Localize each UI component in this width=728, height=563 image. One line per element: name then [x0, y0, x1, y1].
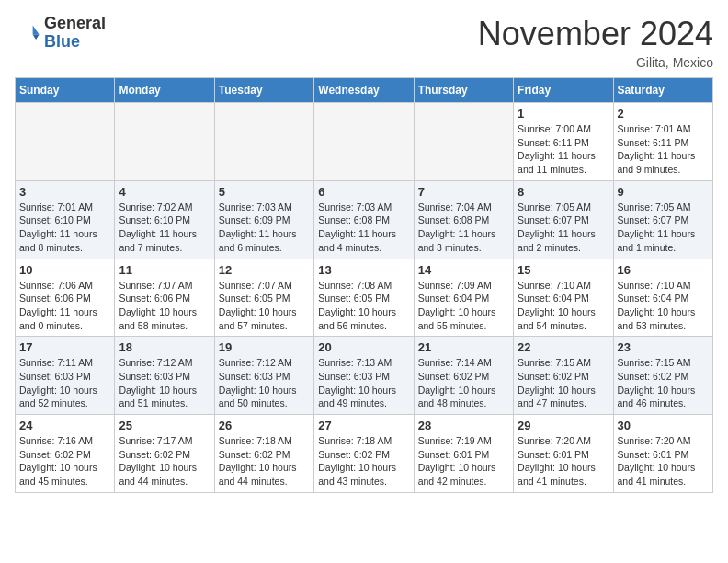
- day-info: Sunrise: 7:19 AM Sunset: 6:01 PM Dayligh…: [418, 434, 509, 488]
- day-info: Sunrise: 7:10 AM Sunset: 6:04 PM Dayligh…: [518, 279, 609, 333]
- calendar-table: SundayMondayTuesdayWednesdayThursdayFrid…: [15, 77, 713, 493]
- day-info: Sunrise: 7:10 AM Sunset: 6:04 PM Dayligh…: [618, 279, 709, 333]
- calendar-cell: 27Sunrise: 7:18 AM Sunset: 6:02 PM Dayli…: [314, 415, 414, 493]
- calendar-cell: 5Sunrise: 7:03 AM Sunset: 6:09 PM Daylig…: [214, 180, 313, 259]
- calendar-cell: [314, 103, 414, 181]
- calendar-cell: 12Sunrise: 7:07 AM Sunset: 6:05 PM Dayli…: [214, 259, 313, 337]
- calendar-cell: 16Sunrise: 7:10 AM Sunset: 6:04 PM Dayli…: [613, 259, 712, 337]
- day-number: 17: [19, 340, 110, 354]
- calendar-cell: 7Sunrise: 7:04 AM Sunset: 6:08 PM Daylig…: [414, 180, 513, 259]
- day-number: 19: [219, 340, 310, 354]
- calendar-cell: 14Sunrise: 7:09 AM Sunset: 6:04 PM Dayli…: [414, 259, 513, 337]
- day-number: 15: [518, 263, 609, 277]
- day-info: Sunrise: 7:05 AM Sunset: 6:07 PM Dayligh…: [518, 201, 609, 255]
- day-info: Sunrise: 7:08 AM Sunset: 6:05 PM Dayligh…: [318, 279, 409, 333]
- day-info: Sunrise: 7:01 AM Sunset: 6:10 PM Dayligh…: [19, 201, 110, 255]
- month-title: November 2024: [478, 15, 713, 53]
- day-number: 9: [618, 185, 709, 199]
- day-info: Sunrise: 7:09 AM Sunset: 6:04 PM Dayligh…: [418, 279, 509, 333]
- calendar-cell: [214, 103, 313, 181]
- calendar-cell: 13Sunrise: 7:08 AM Sunset: 6:05 PM Dayli…: [314, 259, 414, 337]
- day-info: Sunrise: 7:17 AM Sunset: 6:02 PM Dayligh…: [119, 434, 210, 488]
- day-number: 1: [518, 107, 609, 121]
- day-number: 30: [618, 419, 709, 432]
- day-number: 11: [119, 263, 210, 277]
- day-info: Sunrise: 7:07 AM Sunset: 6:05 PM Dayligh…: [219, 279, 310, 333]
- day-number: 28: [418, 419, 509, 432]
- day-number: 12: [219, 263, 310, 277]
- calendar-cell: 17Sunrise: 7:11 AM Sunset: 6:03 PM Dayli…: [16, 337, 115, 415]
- day-info: Sunrise: 7:20 AM Sunset: 6:01 PM Dayligh…: [618, 434, 709, 488]
- day-info: Sunrise: 7:13 AM Sunset: 6:03 PM Dayligh…: [318, 356, 409, 410]
- day-number: 4: [119, 185, 210, 199]
- calendar-cell: 25Sunrise: 7:17 AM Sunset: 6:02 PM Dayli…: [115, 415, 214, 493]
- day-number: 20: [318, 340, 409, 354]
- calendar-cell: 10Sunrise: 7:06 AM Sunset: 6:06 PM Dayli…: [16, 259, 115, 337]
- calendar-week-4: 17Sunrise: 7:11 AM Sunset: 6:03 PM Dayli…: [16, 337, 713, 415]
- calendar-week-2: 3Sunrise: 7:01 AM Sunset: 6:10 PM Daylig…: [16, 180, 713, 259]
- calendar-cell: 6Sunrise: 7:03 AM Sunset: 6:08 PM Daylig…: [314, 180, 414, 259]
- logo: General Blue: [15, 15, 106, 52]
- calendar-cell: 9Sunrise: 7:05 AM Sunset: 6:07 PM Daylig…: [613, 180, 712, 259]
- calendar-week-3: 10Sunrise: 7:06 AM Sunset: 6:06 PM Dayli…: [16, 259, 713, 337]
- calendar-cell: 19Sunrise: 7:12 AM Sunset: 6:03 PM Dayli…: [214, 337, 313, 415]
- calendar-header-row: SundayMondayTuesdayWednesdayThursdayFrid…: [16, 78, 713, 103]
- day-info: Sunrise: 7:04 AM Sunset: 6:08 PM Dayligh…: [418, 201, 509, 255]
- day-number: 14: [418, 263, 509, 277]
- day-info: Sunrise: 7:05 AM Sunset: 6:07 PM Dayligh…: [618, 201, 709, 255]
- calendar-cell: 23Sunrise: 7:15 AM Sunset: 6:02 PM Dayli…: [613, 337, 712, 415]
- day-info: Sunrise: 7:03 AM Sunset: 6:09 PM Dayligh…: [219, 201, 310, 255]
- calendar-cell: 22Sunrise: 7:15 AM Sunset: 6:02 PM Dayli…: [514, 337, 613, 415]
- day-info: Sunrise: 7:06 AM Sunset: 6:06 PM Dayligh…: [19, 279, 110, 333]
- day-number: 22: [518, 340, 609, 354]
- calendar-cell: 21Sunrise: 7:14 AM Sunset: 6:02 PM Dayli…: [414, 337, 513, 415]
- calendar-week-1: 1Sunrise: 7:00 AM Sunset: 6:11 PM Daylig…: [16, 103, 713, 181]
- logo-blue-text: Blue: [44, 33, 106, 52]
- day-number: 5: [219, 185, 310, 199]
- calendar-cell: 26Sunrise: 7:18 AM Sunset: 6:02 PM Dayli…: [214, 415, 313, 493]
- calendar-cell: 11Sunrise: 7:07 AM Sunset: 6:06 PM Dayli…: [115, 259, 214, 337]
- calendar-cell: 20Sunrise: 7:13 AM Sunset: 6:03 PM Dayli…: [314, 337, 414, 415]
- day-info: Sunrise: 7:07 AM Sunset: 6:06 PM Dayligh…: [119, 279, 210, 333]
- location-text: Gilita, Mexico: [478, 55, 713, 70]
- logo-general-text: General: [44, 15, 106, 33]
- day-info: Sunrise: 7:11 AM Sunset: 6:03 PM Dayligh…: [19, 356, 110, 410]
- header-friday: Friday: [514, 78, 613, 103]
- calendar-cell: 15Sunrise: 7:10 AM Sunset: 6:04 PM Dayli…: [514, 259, 613, 337]
- day-info: Sunrise: 7:00 AM Sunset: 6:11 PM Dayligh…: [518, 122, 609, 177]
- calendar-week-5: 24Sunrise: 7:16 AM Sunset: 6:02 PM Dayli…: [16, 415, 713, 493]
- page-header: General Blue November 2024 Gilita, Mexic…: [15, 15, 713, 70]
- calendar-cell: 8Sunrise: 7:05 AM Sunset: 6:07 PM Daylig…: [514, 180, 613, 259]
- calendar-cell: 3Sunrise: 7:01 AM Sunset: 6:10 PM Daylig…: [16, 180, 115, 259]
- calendar-cell: 24Sunrise: 7:16 AM Sunset: 6:02 PM Dayli…: [16, 415, 115, 493]
- calendar-cell: 29Sunrise: 7:20 AM Sunset: 6:01 PM Dayli…: [514, 415, 613, 493]
- day-number: 21: [418, 340, 509, 354]
- calendar-cell: [115, 103, 214, 181]
- day-number: 16: [618, 263, 709, 277]
- day-number: 13: [318, 263, 409, 277]
- calendar-cell: 4Sunrise: 7:02 AM Sunset: 6:10 PM Daylig…: [115, 180, 214, 259]
- day-info: Sunrise: 7:16 AM Sunset: 6:02 PM Dayligh…: [19, 434, 110, 488]
- day-number: 10: [19, 263, 110, 277]
- day-number: 2: [618, 107, 709, 121]
- header-tuesday: Tuesday: [214, 78, 313, 103]
- day-info: Sunrise: 7:20 AM Sunset: 6:01 PM Dayligh…: [518, 434, 609, 488]
- day-number: 29: [518, 419, 609, 432]
- calendar-cell: [414, 103, 513, 181]
- header-wednesday: Wednesday: [314, 78, 414, 103]
- day-info: Sunrise: 7:15 AM Sunset: 6:02 PM Dayligh…: [518, 356, 609, 410]
- header-sunday: Sunday: [16, 78, 115, 103]
- day-info: Sunrise: 7:12 AM Sunset: 6:03 PM Dayligh…: [219, 356, 310, 410]
- header-monday: Monday: [115, 78, 214, 103]
- header-saturday: Saturday: [613, 78, 712, 103]
- calendar-cell: 28Sunrise: 7:19 AM Sunset: 6:01 PM Dayli…: [414, 415, 513, 493]
- header-thursday: Thursday: [414, 78, 513, 103]
- calendar-cell: 1Sunrise: 7:00 AM Sunset: 6:11 PM Daylig…: [514, 103, 613, 181]
- calendar-cell: 2Sunrise: 7:01 AM Sunset: 6:11 PM Daylig…: [613, 103, 712, 181]
- day-info: Sunrise: 7:18 AM Sunset: 6:02 PM Dayligh…: [219, 434, 310, 488]
- day-number: 8: [518, 185, 609, 199]
- svg-marker-1: [33, 34, 40, 40]
- day-number: 25: [119, 419, 210, 432]
- day-number: 3: [19, 185, 110, 199]
- title-area: November 2024 Gilita, Mexico: [478, 15, 713, 70]
